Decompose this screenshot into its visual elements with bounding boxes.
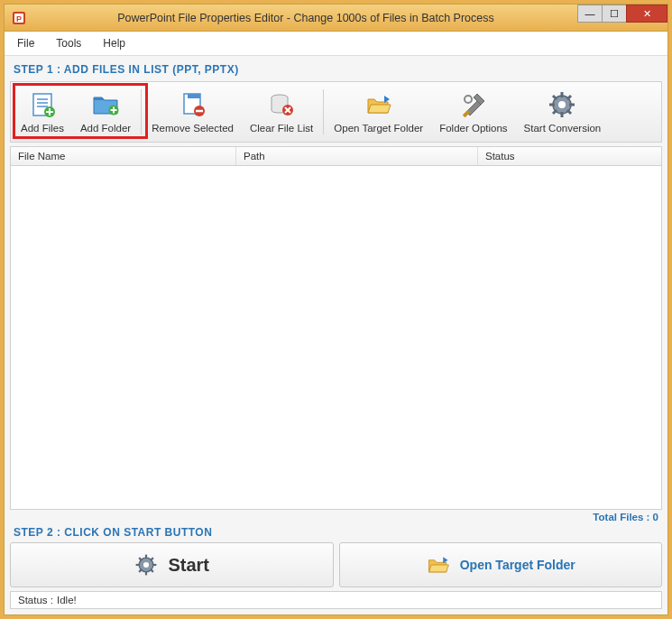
gear-icon (133, 552, 159, 577)
start-conversion-button[interactable]: Start Conversion (516, 86, 610, 138)
clear-list-icon (267, 90, 296, 119)
window-title: PowerPoint File Properties Editor - Chan… (33, 12, 578, 24)
close-button[interactable]: ✕ (626, 5, 667, 23)
svg-point-22 (465, 96, 472, 103)
toolbar: Add Files Add Folder Remove Selected (10, 81, 662, 143)
total-files-label: Total Files : 0 (10, 510, 662, 524)
menu-help[interactable]: Help (99, 35, 129, 51)
status-label: Status : (18, 595, 53, 605)
list-header: File Name Path Status (10, 146, 662, 166)
svg-line-31 (553, 110, 557, 114)
step1-label: STEP 1 : ADD FILES IN LIST (PPT, PPTX) (10, 61, 662, 81)
folder-open-icon (364, 90, 393, 119)
folder-options-label: Folder Options (439, 123, 507, 134)
remove-selected-label: Remove Selected (152, 123, 234, 134)
svg-point-34 (143, 562, 149, 568)
add-files-label: Add Files (21, 123, 64, 134)
svg-point-24 (558, 101, 566, 108)
folder-options-button[interactable]: Folder Options (431, 86, 515, 138)
status-value: Idle! (57, 595, 77, 605)
app-window: P PowerPoint File Properties Editor - Ch… (4, 4, 668, 615)
start-conversion-label: Start Conversion (524, 123, 602, 134)
file-list[interactable] (10, 166, 662, 510)
open-target-folder-big-button[interactable]: Open Target Folder (339, 542, 663, 587)
svg-line-39 (140, 558, 143, 560)
svg-line-40 (151, 569, 153, 572)
toolbar-divider (323, 89, 324, 134)
gear-icon (548, 90, 576, 119)
clear-file-list-label: Clear File List (250, 123, 313, 134)
svg-text:P: P (16, 14, 22, 23)
add-folder-label: Add Folder (80, 123, 131, 134)
toolbar-divider (141, 89, 142, 134)
file-add-icon (28, 90, 57, 119)
col-filename[interactable]: File Name (11, 147, 236, 165)
minimize-button[interactable]: — (577, 5, 603, 23)
open-target-folder-button[interactable]: Open Target Folder (326, 86, 431, 138)
menu-tools[interactable]: Tools (52, 35, 85, 51)
open-target-folder-label: Open Target Folder (334, 123, 423, 134)
clear-file-list-button[interactable]: Clear File List (242, 86, 321, 138)
maximize-button[interactable]: ☐ (602, 5, 627, 23)
window-controls: — ☐ ✕ (578, 5, 667, 24)
menubar: File Tools Help (5, 32, 667, 56)
col-status[interactable]: Status (478, 147, 661, 165)
titlebar: P PowerPoint File Properties Editor - Ch… (5, 5, 667, 32)
open-target-folder-big-label: Open Target Folder (460, 558, 575, 572)
file-remove-icon (179, 90, 207, 119)
menu-file[interactable]: File (14, 35, 38, 51)
svg-line-30 (567, 110, 571, 114)
add-folder-button[interactable]: Add Folder (72, 86, 139, 138)
content-area: STEP 1 : ADD FILES IN LIST (PPT, PPTX) A… (5, 56, 667, 614)
svg-line-41 (140, 569, 143, 572)
svg-line-32 (567, 96, 571, 99)
remove-selected-button[interactable]: Remove Selected (143, 86, 242, 138)
col-path[interactable]: Path (236, 147, 478, 165)
tools-icon (459, 90, 488, 119)
svg-line-29 (553, 96, 557, 99)
start-button[interactable]: Start (10, 542, 334, 587)
action-buttons: Start Open Target Folder (10, 542, 662, 587)
app-icon: P (12, 11, 26, 25)
statusbar: Status : Idle! (10, 591, 662, 609)
folder-open-icon (426, 552, 451, 577)
start-button-label: Start (168, 555, 209, 576)
folder-add-icon (91, 90, 120, 119)
svg-line-42 (151, 558, 153, 560)
add-files-button[interactable]: Add Files (13, 86, 72, 138)
step2-label: STEP 2 : CLICK ON START BUTTON (10, 524, 662, 542)
svg-rect-14 (188, 94, 200, 98)
